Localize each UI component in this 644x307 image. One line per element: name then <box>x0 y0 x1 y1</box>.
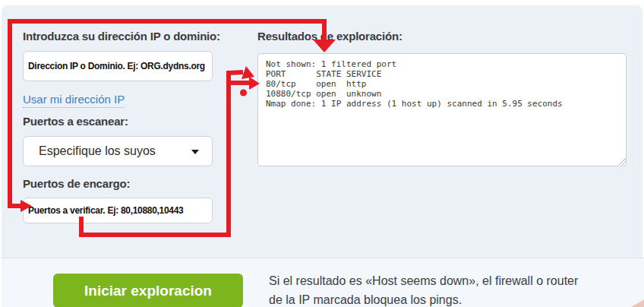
resize-grip-icon[interactable] <box>618 157 626 165</box>
scanner-panel: Introduzca su dirección IP o dominio: Us… <box>2 5 642 307</box>
host-down-note-line2: de la IP marcada bloquea los pings. <box>269 290 578 307</box>
custom-ports-label: Puertos de encargo: <box>23 177 130 190</box>
ip-domain-label: Introduzca su dirección IP o dominio: <box>23 30 220 43</box>
corner-decoration <box>622 299 644 307</box>
ports-select-value: Especifique los suyos <box>39 144 156 158</box>
port-scanner-page: { "colors": { "panel_bg": "#ecf1f8", "fo… <box>0 0 644 307</box>
ip-domain-input[interactable] <box>23 51 213 81</box>
scan-results-textarea[interactable]: Not shown: 1 filtered port PORT STATE SE… <box>257 53 627 166</box>
ports-select[interactable]: Especifique los suyos <box>23 136 213 166</box>
host-down-note: Si el resultado es «Host seems down», el… <box>269 271 578 307</box>
custom-ports-input[interactable] <box>23 198 213 223</box>
results-label: Resultados de exploración: <box>257 30 402 43</box>
use-my-ip-link[interactable]: Usar mi dirección IP <box>23 93 125 108</box>
start-scan-button[interactable]: Iniciar exploracion <box>53 274 243 307</box>
chevron-down-icon <box>191 150 199 154</box>
ports-to-scan-label: Puertos a escanear: <box>23 115 128 128</box>
footer-bar: Iniciar exploracion Si el resultado es «… <box>2 258 644 307</box>
host-down-note-line1: Si el resultado es «Host seems down», el… <box>269 271 578 290</box>
